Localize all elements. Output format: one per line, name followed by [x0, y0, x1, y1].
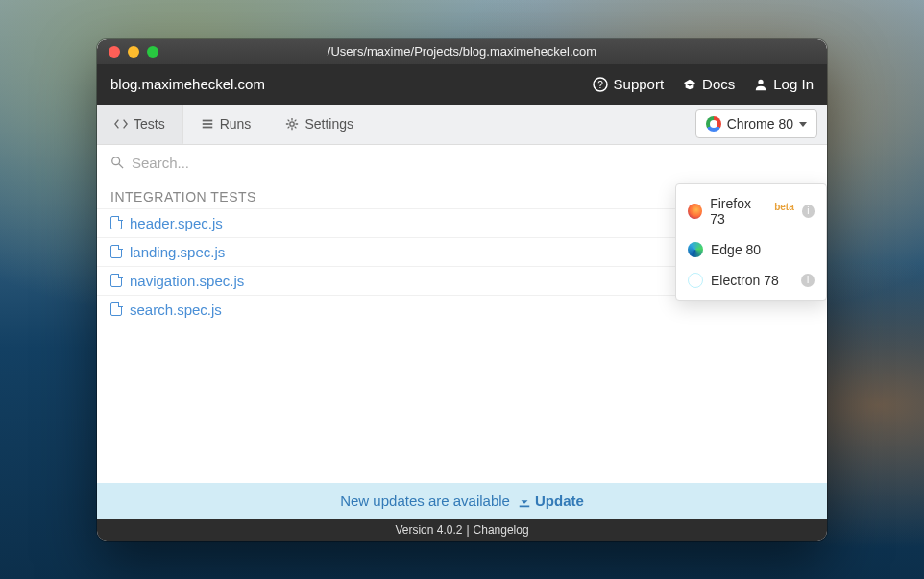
- user-icon: [754, 78, 767, 91]
- minimize-window-icon[interactable]: [128, 46, 139, 58]
- dropdown-item-edge[interactable]: Edge 80: [676, 234, 826, 265]
- content-area: INTEGRATION TESTS header.spec.js landing…: [97, 145, 827, 483]
- svg-point-6: [290, 122, 294, 126]
- chrome-icon: [706, 116, 721, 132]
- dropdown-item-electron[interactable]: Electron 78 i: [676, 265, 826, 296]
- svg-point-2: [759, 79, 764, 84]
- gear-icon: [285, 117, 299, 131]
- file-icon: [110, 274, 122, 287]
- tab-tests[interactable]: Tests: [97, 105, 183, 144]
- app-header: blog.maximeheckel.com ? Support Docs Log…: [97, 64, 827, 105]
- beta-badge: beta: [774, 202, 794, 212]
- window-title: /Users/maxime/Projects/blog.maximeheckel…: [97, 44, 827, 59]
- update-banner: New updates are available Update: [97, 483, 827, 519]
- version-label: Version 4.0.2: [395, 523, 462, 537]
- close-window-icon[interactable]: [109, 46, 120, 58]
- tabs-bar: Tests Runs Settings Chrome 80: [97, 105, 827, 145]
- file-icon: [110, 245, 122, 258]
- support-link[interactable]: ? Support: [593, 76, 665, 92]
- titlebar: /Users/maxime/Projects/blog.maximeheckel…: [97, 39, 827, 64]
- window-controls: [97, 46, 158, 58]
- file-icon: [110, 302, 122, 316]
- app-window: /Users/maxime/Projects/blog.maximeheckel…: [97, 39, 827, 541]
- svg-text:?: ?: [597, 80, 603, 90]
- search-input[interactable]: [132, 155, 814, 171]
- download-icon: [518, 495, 531, 508]
- svg-rect-3: [202, 120, 212, 122]
- project-name: blog.maximeheckel.com: [110, 76, 573, 92]
- firefox-icon: [688, 204, 702, 219]
- changelog-link[interactable]: Changelog: [474, 523, 529, 537]
- tab-settings[interactable]: Settings: [268, 105, 371, 144]
- electron-icon: [688, 273, 703, 288]
- dropdown-item-firefox[interactable]: Firefox 73 beta i: [676, 188, 826, 234]
- svg-rect-4: [202, 123, 212, 125]
- footer-bar: Version 4.0.2 | Changelog: [97, 519, 827, 541]
- maximize-window-icon[interactable]: [147, 46, 158, 58]
- stack-icon: [201, 117, 214, 131]
- search-bar: [97, 145, 827, 181]
- update-button[interactable]: Update: [518, 493, 584, 509]
- info-icon[interactable]: i: [801, 274, 815, 287]
- info-icon[interactable]: i: [802, 205, 815, 218]
- svg-line-8: [119, 164, 123, 168]
- question-circle-icon: ?: [593, 77, 608, 92]
- update-message: New updates are available: [340, 493, 510, 509]
- edge-icon: [688, 242, 703, 257]
- search-icon: [110, 156, 124, 169]
- tab-runs[interactable]: Runs: [183, 105, 269, 144]
- docs-link[interactable]: Docs: [683, 76, 735, 92]
- login-link[interactable]: Log In: [754, 76, 814, 92]
- svg-point-7: [112, 157, 120, 165]
- code-icon: [114, 117, 128, 131]
- browser-dropdown: Firefox 73 beta i Edge 80 Electron 78 i: [675, 183, 827, 301]
- graduation-cap-icon: [683, 78, 696, 91]
- svg-rect-5: [202, 127, 212, 129]
- browser-selector-button[interactable]: Chrome 80: [695, 109, 817, 138]
- file-icon: [110, 216, 122, 229]
- chevron-down-icon: [799, 122, 807, 127]
